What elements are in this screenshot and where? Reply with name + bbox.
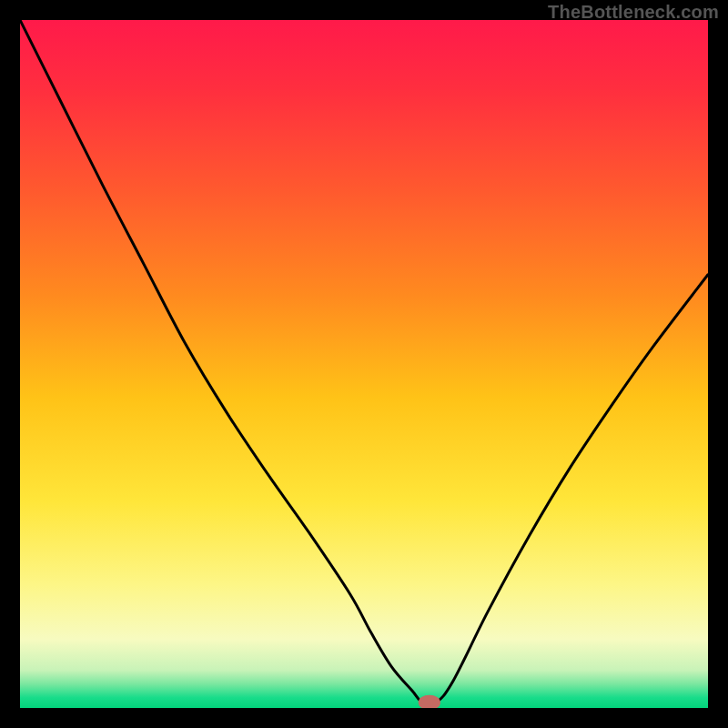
gradient-background	[20, 20, 708, 708]
bottleneck-chart	[20, 20, 708, 708]
chart-frame: TheBottleneck.com	[0, 0, 728, 728]
plot-area	[20, 20, 708, 708]
watermark-text: TheBottleneck.com	[548, 2, 719, 23]
